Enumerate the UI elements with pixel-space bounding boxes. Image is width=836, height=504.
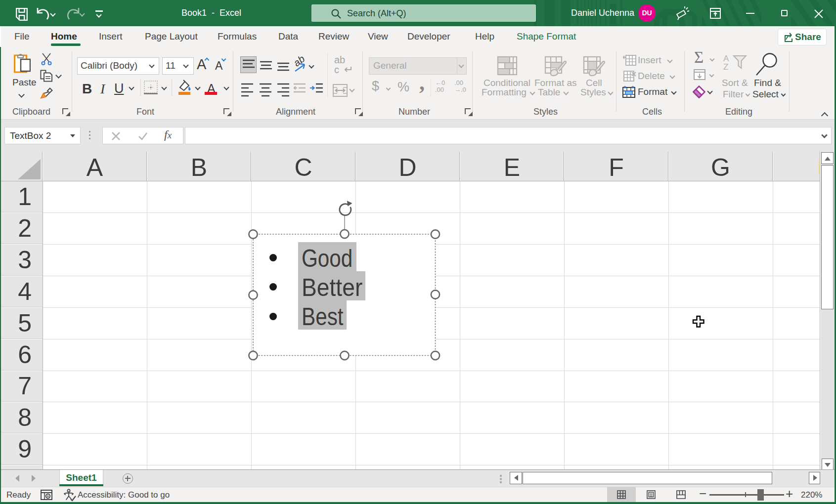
svg-text:Z: Z [723, 62, 728, 70]
